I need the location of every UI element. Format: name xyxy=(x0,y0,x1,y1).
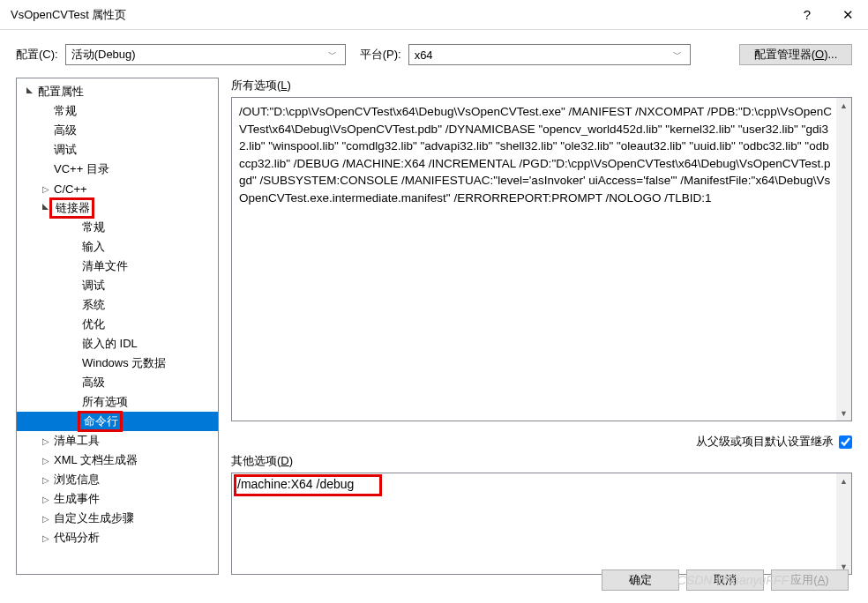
scroll-down-icon[interactable]: ▼ xyxy=(836,406,851,421)
tree-item[interactable]: ▷清单工具 xyxy=(17,431,218,450)
tree-item[interactable]: 嵌入的 IDL xyxy=(17,334,218,354)
inherit-checkbox[interactable] xyxy=(839,436,852,449)
all-options-text: /OUT:"D:\cpp\VsOpenCVTest\x64\Debug\VsOp… xyxy=(232,98,851,212)
tree-item-label: 常规 xyxy=(80,220,105,235)
config-label: 配置(C): xyxy=(16,47,58,63)
ok-button[interactable]: 确定 xyxy=(602,570,679,591)
expand-icon: ▷ xyxy=(40,436,52,446)
expand-icon: ▷ xyxy=(40,475,52,485)
expand-icon: ▷ xyxy=(40,495,52,504)
tree-item[interactable]: 系统 xyxy=(17,295,218,315)
expand-icon: ▷ xyxy=(40,533,52,543)
tree-item-label: 浏览信息 xyxy=(52,472,100,488)
tree-item-label: 输入 xyxy=(80,239,105,255)
tree-item[interactable]: ▷XML 文档生成器 xyxy=(17,450,218,470)
scroll-up-icon[interactable]: ▲ xyxy=(836,98,851,113)
tree-item-label: 嵌入的 IDL xyxy=(80,336,138,352)
platform-label: 平台(P): xyxy=(360,47,401,63)
tree-item[interactable]: 调试 xyxy=(17,276,218,295)
tree-item[interactable]: ▷自定义生成步骤 xyxy=(17,509,218,528)
all-options-box[interactable]: /OUT:"D:\cpp\VsOpenCVTest\x64\Debug\VsOp… xyxy=(231,97,852,421)
tree-item-label: 所有选项 xyxy=(80,394,128,410)
tree-item[interactable]: 常规 xyxy=(17,101,218,121)
tree-item[interactable]: Windows 元数据 xyxy=(17,354,218,373)
tree-item-label: 调试 xyxy=(52,142,77,158)
tree-item[interactable]: 调试 xyxy=(17,140,218,160)
highlight-box xyxy=(234,474,382,496)
platform-combo[interactable]: x64 ﹀ xyxy=(408,44,691,65)
tree-item[interactable]: 高级 xyxy=(17,373,218,392)
tree-item-label: 清单文件 xyxy=(80,258,128,274)
tree-item[interactable]: 清单文件 xyxy=(17,257,218,276)
help-button[interactable]: ? xyxy=(787,0,827,30)
config-combo[interactable]: 活动(Debug) ﹀ xyxy=(65,44,346,65)
tree-item-label: VC++ 目录 xyxy=(52,161,109,177)
other-options-box[interactable]: /machine:X64 /debug ▲ ▼ xyxy=(231,473,852,575)
collapse-icon xyxy=(24,86,36,97)
tree-item[interactable]: 高级 xyxy=(17,121,218,140)
expand-icon: ▷ xyxy=(40,184,52,194)
window-title: VsOpenCVTest 属性页 xyxy=(11,7,787,23)
scroll-up-icon[interactable]: ▲ xyxy=(836,473,851,488)
tree-item-label: XML 文档生成器 xyxy=(52,452,138,468)
tree-item[interactable]: 链接器 xyxy=(17,198,218,218)
tree-item-label: Windows 元数据 xyxy=(80,355,166,371)
tree-item[interactable]: 输入 xyxy=(17,237,218,257)
config-manager-button[interactable]: 配置管理器(O)... xyxy=(739,44,852,65)
apply-button[interactable]: 应用(A) xyxy=(771,570,849,591)
tree-item[interactable]: 配置属性 xyxy=(17,82,218,101)
tree-item-label: 高级 xyxy=(52,123,77,138)
tree-item[interactable]: ▷生成事件 xyxy=(17,489,218,509)
scrollbar[interactable]: ▲ ▼ xyxy=(836,473,851,574)
close-button[interactable]: ✕ xyxy=(827,0,868,30)
tree-item-label: 常规 xyxy=(52,103,77,119)
tree-item-label: 优化 xyxy=(80,316,105,332)
tree-item-label: 自定义生成步骤 xyxy=(52,510,134,526)
title-bar: VsOpenCVTest 属性页 ? ✕ xyxy=(0,0,868,30)
scrollbar[interactable]: ▲ ▼ xyxy=(836,98,851,421)
dialog-buttons: 确定 取消 应用(A) xyxy=(602,570,849,591)
tree-item-label: 配置属性 xyxy=(36,84,84,100)
tree-item-label: 生成事件 xyxy=(52,491,100,507)
property-tree[interactable]: 配置属性常规高级调试VC++ 目录▷C/C++链接器常规输入清单文件调试系统优化… xyxy=(16,78,219,575)
all-options-label: 所有选项(L) xyxy=(231,78,852,93)
tree-item[interactable]: ▷代码分析 xyxy=(17,528,218,547)
tree-item-label: 清单工具 xyxy=(52,433,100,449)
tree-item[interactable]: 命令行 xyxy=(17,412,218,431)
tree-item-label: 命令行 xyxy=(82,414,118,428)
other-options-label: 其他选项(D) xyxy=(231,453,852,469)
tree-item[interactable]: ▷C/C++ xyxy=(17,179,218,198)
cancel-button[interactable]: 取消 xyxy=(686,570,764,591)
tree-item[interactable]: 所有选项 xyxy=(17,392,218,412)
tree-item-label: 链接器 xyxy=(54,201,90,214)
tree-item[interactable]: VC++ 目录 xyxy=(17,160,218,179)
tree-item[interactable]: ▷浏览信息 xyxy=(17,470,218,489)
tree-item-label: 代码分析 xyxy=(52,530,100,546)
chevron-down-icon: ﹀ xyxy=(670,48,685,61)
expand-icon: ▷ xyxy=(40,514,52,524)
tree-item[interactable]: 优化 xyxy=(17,315,218,334)
chevron-down-icon: ﹀ xyxy=(326,48,340,61)
tree-item-label: 调试 xyxy=(80,278,105,294)
inherit-label: 从父级或项目默认设置继承 xyxy=(696,434,834,450)
tree-item-label: C/C++ xyxy=(52,182,87,196)
expand-icon: ▷ xyxy=(40,456,52,465)
tree-item[interactable]: 常规 xyxy=(17,218,218,237)
tree-item-label: 系统 xyxy=(80,297,105,313)
tree-item-label: 高级 xyxy=(80,375,105,391)
